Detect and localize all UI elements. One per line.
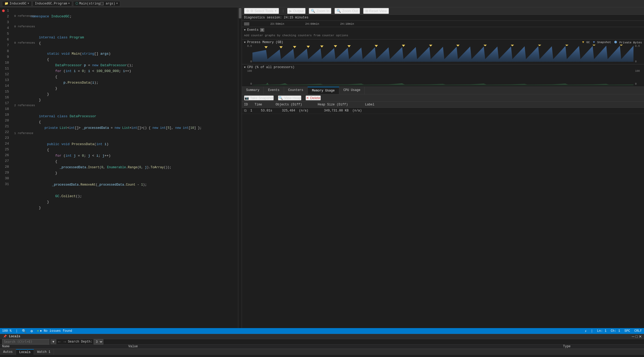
search-dropdown-button[interactable]: ▼ (50, 339, 56, 344)
search-back-button[interactable]: ← (57, 339, 62, 344)
cpu-chart-labels-right: 100 0 (634, 70, 642, 85)
timeline-t1: 23:50min (270, 22, 284, 26)
events-collapse-icon[interactable]: ▼ (244, 29, 246, 32)
events-hint: Add counter graphs by checking counters … (244, 33, 642, 38)
tab-locals[interactable]: Locals (16, 349, 34, 355)
tab-summary[interactable]: Summary (242, 87, 264, 94)
svg-marker-7 (375, 45, 378, 47)
col-value: Value (128, 345, 563, 348)
view-heap-button[interactable]: 🔍 View Heap (278, 95, 301, 100)
code-line: namespace InducedGC; (13, 8, 238, 14)
col-time-header: Time (255, 103, 276, 106)
search-forward-button[interactable]: → (63, 339, 67, 344)
editor-scrollbar[interactable] (238, 7, 242, 328)
code-line: internal class Program (13, 29, 238, 35)
tab-counters[interactable]: Counters (284, 87, 308, 94)
delete-button[interactable]: ✕ Delete (306, 95, 321, 100)
magnify-icon[interactable]: 🔍 (22, 329, 26, 333)
gc-triangle-icon: ▼ (582, 40, 584, 44)
locals-maximize-button[interactable]: □ (636, 334, 638, 339)
locals-minimize-button[interactable]: ─ (632, 334, 635, 339)
svg-marker-15 (592, 45, 596, 46)
locals-close-button[interactable]: ✕ (639, 334, 642, 339)
snapshot-copy-icon: ⧉ (244, 109, 249, 113)
row-time: 53.01s (261, 109, 282, 113)
code-line: static void Main(string[] args) (13, 45, 238, 51)
code-line (13, 97, 238, 103)
code-line (13, 205, 238, 211)
memory-table-header: ID Time Objects (Diff) Heap Size (Diff) … (242, 102, 644, 108)
memory-panel: 📷 Take Snapshot 🔍 View Heap ✕ Delete ID … (242, 94, 644, 328)
session-label: Diagnostics session: 24:15 minutes (244, 16, 308, 19)
svg-marker-3 (307, 46, 310, 48)
zoom-in-button[interactable]: 🔍 Zoom In (309, 8, 331, 14)
cpu-chart-labels-left: 100 0 (244, 70, 252, 85)
locals-tabs: Autos Locals Watch 1 (0, 349, 644, 355)
snapshot-row[interactable]: ⧉ 1 53.01s 325,484 (n/a) 349,731.00 KB (… (242, 108, 644, 114)
status-separator: | (16, 329, 18, 333)
take-snapshot-button[interactable]: 📷 Take Snapshot (244, 95, 274, 100)
chevron-down-icon: ▼ (274, 9, 277, 12)
tab-events[interactable]: Events (264, 87, 284, 94)
cpu-label: CPU (% of all processors) (247, 65, 295, 69)
search-depth-select[interactable]: 3 (94, 339, 103, 344)
tab-memory-usage[interactable]: Memory Usage (308, 87, 339, 94)
pause-button[interactable]: ⏸ (260, 28, 264, 32)
file-tab[interactable]: InducedGC.Program ▼ (33, 1, 72, 6)
memory-chart-wrap: 8.6 0 (244, 45, 642, 63)
private-bytes-legend: Private Bytes (614, 41, 642, 44)
status-sep2: | (591, 329, 593, 333)
output-button[interactable]: ▶ Output (287, 8, 306, 14)
row-heap: 349,731.00 KB (n/a) (324, 109, 371, 113)
row-objects: 325,484 (n/a) (282, 109, 324, 113)
output-label: Output (293, 9, 303, 13)
tab-cpu-usage[interactable]: CPU Usage (339, 87, 365, 94)
tab-autos[interactable]: Autos (0, 349, 16, 355)
locals-header: 📌 Locals ─ □ ✕ (0, 334, 644, 339)
code-line: GC.Collect(); (13, 188, 238, 193)
tab-watch1[interactable]: Watch 1 (34, 349, 54, 355)
process-memory-chart: ▼ Process Memory (GB) ▼ GC ▼ Snapshot Pr… (242, 39, 644, 64)
file-name: InducedGC.Program (35, 2, 67, 6)
diag-tabs: Summary Events Counters Memory Usage CPU… (242, 87, 644, 94)
select-tools-button[interactable]: ⚙ ⚙ Select Tools ▼ (244, 8, 279, 14)
reset-view-icon: ⊞ (365, 9, 368, 13)
svg-marker-5 (334, 45, 337, 47)
chevron-icon3: ▼ (116, 2, 118, 5)
svg-marker-4 (320, 45, 323, 48)
chevron-icon: ▼ (28, 2, 29, 5)
chart-legend: ▼ GC ▼ Snapshot Private Bytes (582, 40, 642, 44)
locals-pin-button[interactable]: 📌 (2, 334, 8, 339)
svg-marker-13 (538, 45, 541, 46)
code-area[interactable]: namespace InducedGC; 0 references 0 refe… (13, 7, 238, 328)
code-line: public void ProcessData(int i) (13, 136, 238, 141)
title-bar: 📁 InducedGC ▼ InducedGC.Program ▼ ⬡ Main… (0, 0, 644, 7)
settings-icon[interactable]: ⚙ (31, 329, 33, 333)
search-depth-label: Search Depth: (68, 340, 93, 344)
col-type: Type (563, 345, 642, 348)
cpu-collapse-icon[interactable]: ▼ (244, 66, 246, 69)
project-tab[interactable]: 📁 InducedGC ▼ (2, 1, 32, 6)
locals-search-input[interactable] (2, 339, 49, 344)
diag-session: Diagnostics session: 24:15 minutes (242, 15, 644, 21)
scrollbar-thumb[interactable] (239, 8, 241, 18)
no-issues-badge: ● ● No issues found (37, 329, 72, 333)
memory-collapse-icon[interactable]: ▼ (244, 41, 246, 44)
chevron-icon2: ▼ (68, 2, 70, 5)
cpu-chart-svg (252, 70, 633, 85)
gc-legend: ▼ GC (582, 40, 590, 44)
private-bytes-dot-icon (614, 41, 617, 43)
delete-label: Delete (310, 96, 320, 100)
nav-icon[interactable]: ⚡ (585, 329, 587, 333)
cpu-chart-header: ▼ CPU (% of all processors) (244, 65, 642, 69)
zoom-out-button[interactable]: 🔍 Zoom Out (334, 8, 360, 14)
col-id-header: ID (244, 103, 255, 106)
take-snapshot-label: Take Snapshot (250, 96, 273, 100)
reset-view-button[interactable]: ⊞ Reset View (363, 8, 389, 14)
method-tab[interactable]: ⬡ Main(string[] args) ▼ (73, 1, 120, 6)
line-numbers: 1 2 3 4 5 6 7 8 9 10 11 12 13 14 15 16 1… (0, 7, 13, 328)
gear-icon: ⚙ (246, 9, 249, 13)
col-name: Name (2, 345, 128, 348)
svg-marker-16 (620, 45, 623, 46)
locals-search-bar: ▼ ← → Search Depth: 3 (0, 339, 644, 345)
